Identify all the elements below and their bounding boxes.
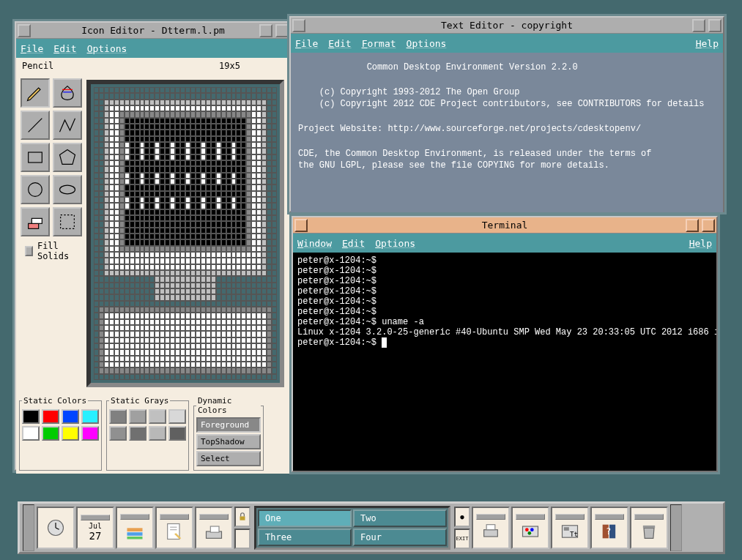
menu-edit[interactable]: Edit [53, 43, 76, 54]
menu-options[interactable]: Options [407, 38, 447, 49]
exit-button[interactable]: EXIT [454, 529, 470, 549]
clock-button[interactable] [37, 507, 75, 549]
current-tool-label: Pencil [22, 61, 53, 71]
svg-rect-12 [127, 532, 143, 536]
menu-edit[interactable]: Edit [328, 38, 351, 49]
workspace-four[interactable]: Four [353, 529, 447, 546]
maximize-button[interactable] [275, 24, 289, 37]
help-button[interactable]: ? [590, 507, 628, 549]
color-swatch[interactable] [62, 426, 79, 441]
terminal-menubar: Window Edit Options Help [293, 234, 716, 253]
dyn-topshadow[interactable]: TopShadow [196, 434, 261, 449]
tool-polyline[interactable] [53, 111, 82, 140]
dyn-select[interactable]: Select [196, 451, 261, 466]
window-menu-button[interactable] [292, 19, 305, 32]
pixel-canvas[interactable] [86, 80, 284, 387]
tool-pencil[interactable] [21, 78, 50, 108]
workspace-one[interactable]: One [258, 509, 352, 527]
tool-circle[interactable] [21, 175, 50, 204]
color-swatch[interactable] [42, 426, 59, 441]
window-title: Text Editor - copyright [441, 20, 573, 31]
apps-button[interactable]: Tt [551, 507, 589, 549]
filemgr-button[interactable] [116, 507, 154, 549]
gray-swatch[interactable] [168, 409, 186, 424]
style-button[interactable] [511, 507, 549, 549]
text-editor-titlebar[interactable]: Text Editor - copyright [291, 18, 723, 34]
panel-grip-right[interactable] [670, 504, 682, 551]
gray-swatch[interactable] [149, 409, 166, 424]
dynamic-colors-box: Dynamic Colors Foreground TopShadow Sele… [193, 396, 264, 471]
color-swatch[interactable] [22, 409, 40, 424]
menu-options[interactable]: Options [87, 43, 127, 54]
printer-button[interactable] [472, 507, 510, 549]
maximize-button[interactable] [708, 19, 721, 32]
tool-erase[interactable] [21, 207, 50, 236]
gray-swatch[interactable] [168, 426, 186, 441]
gray-swatch[interactable] [109, 409, 127, 424]
busy-indicator: ● [454, 507, 470, 527]
tool-select[interactable] [53, 207, 82, 236]
svg-marker-2 [60, 150, 75, 165]
subpanel-arrow-icon[interactable] [199, 514, 229, 520]
gray-swatch[interactable] [109, 426, 127, 441]
calendar-button[interactable]: Jul 27 [76, 507, 114, 549]
workspace-three[interactable]: Three [258, 529, 352, 546]
color-swatch[interactable] [22, 426, 40, 441]
color-swatch[interactable] [81, 409, 99, 424]
subpanel-arrow-icon[interactable] [81, 515, 110, 520]
svg-rect-7 [61, 215, 75, 229]
textedit-button[interactable] [155, 507, 193, 549]
color-swatch[interactable] [62, 409, 79, 424]
icon-editor-titlebar[interactable]: Icon Editor - Dtterm.l.pm [16, 23, 290, 39]
color-swatch[interactable] [81, 426, 99, 441]
tool-flood[interactable] [53, 78, 82, 108]
window-menu-button[interactable] [294, 219, 308, 232]
tool-rect[interactable] [21, 143, 50, 172]
subpanel-arrow-icon[interactable] [160, 514, 189, 520]
tool-polygon[interactable] [53, 143, 82, 172]
menu-help[interactable]: Help [689, 238, 712, 249]
menu-window[interactable]: Window [297, 238, 332, 249]
window-menu-button[interactable] [18, 24, 31, 37]
menu-edit[interactable]: Edit [342, 238, 365, 249]
subpanel-arrow-icon[interactable] [595, 514, 624, 520]
color-swatch[interactable] [42, 409, 59, 424]
gray-swatch[interactable] [149, 426, 166, 441]
subpanel-arrow-icon[interactable] [555, 514, 585, 520]
mail-button[interactable] [195, 507, 233, 549]
fill-solids-checkbox[interactable] [25, 246, 33, 256]
minimize-button[interactable] [686, 219, 699, 232]
subpanel-arrow-icon[interactable] [634, 514, 664, 520]
menu-help[interactable]: Help [696, 38, 719, 49]
text-editor-content[interactable]: Common Desktop Environment Version 2.2.0… [291, 53, 723, 212]
maximize-button[interactable] [702, 219, 715, 232]
svg-point-3 [29, 183, 42, 197]
subpanel-arrow-icon[interactable] [120, 514, 149, 520]
blank-indicator [234, 529, 251, 549]
svg-text:?: ? [606, 526, 611, 537]
menu-file[interactable]: File [295, 38, 318, 49]
terminal-titlebar[interactable]: Terminal [293, 217, 716, 234]
gray-swatch[interactable] [129, 426, 146, 441]
svg-rect-20 [484, 530, 498, 537]
gray-swatch[interactable] [129, 409, 146, 424]
menu-format[interactable]: Format [362, 38, 396, 49]
tool-ellipse[interactable] [53, 175, 82, 204]
subpanel-arrow-icon[interactable] [476, 514, 505, 520]
cursor-coord: 19x5 [219, 61, 240, 71]
workspace-two[interactable]: Two [353, 509, 447, 527]
minimize-button[interactable] [259, 24, 272, 37]
minimize-button[interactable] [692, 19, 705, 32]
menu-options[interactable]: Options [375, 238, 415, 249]
menu-file[interactable]: File [21, 43, 43, 54]
panel-grip-left[interactable] [23, 504, 34, 551]
terminal-window: Terminal Window Edit Options Help peter@… [292, 216, 718, 472]
trash-button[interactable] [630, 507, 668, 549]
subpanel-arrow-icon[interactable] [516, 514, 545, 520]
terminal-content[interactable]: peter@x-1204:~$ peter@x-1204:~$ peter@x-… [293, 253, 716, 471]
svg-rect-1 [29, 152, 42, 163]
tool-line[interactable] [21, 111, 50, 140]
lock-button[interactable] [234, 507, 251, 527]
dyn-foreground[interactable]: Foreground [196, 417, 261, 433]
text-editor-menubar: File Edit Format Options Help [291, 34, 723, 53]
